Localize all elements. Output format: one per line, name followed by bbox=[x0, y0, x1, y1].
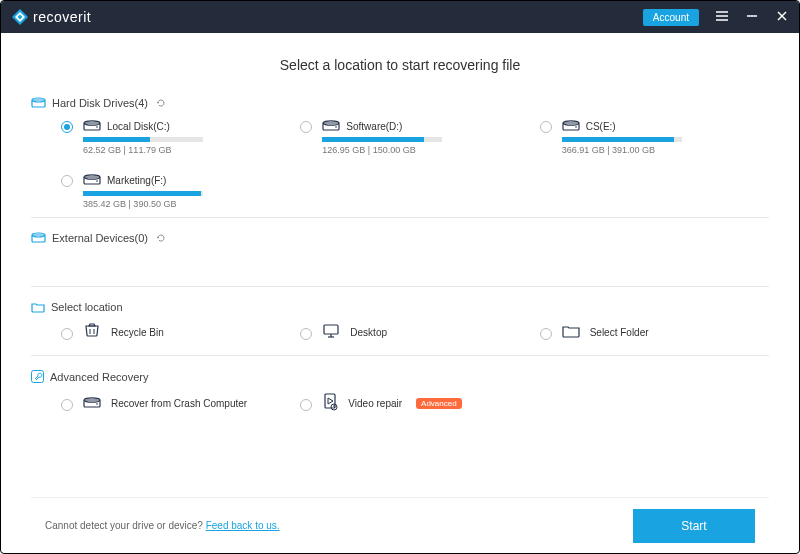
location-item[interactable]: Select Folder bbox=[540, 323, 769, 341]
radio[interactable] bbox=[61, 121, 73, 133]
location-icon bbox=[83, 323, 101, 341]
drive-label: Software(D:) bbox=[346, 121, 402, 132]
svg-point-17 bbox=[336, 126, 338, 128]
feedback-link[interactable]: Feed back to us. bbox=[206, 520, 280, 531]
advanced-item[interactable]: Recover from Crash Computer bbox=[61, 393, 290, 413]
usage-bar bbox=[322, 137, 442, 142]
location-label: Desktop bbox=[350, 327, 387, 338]
svg-rect-29 bbox=[324, 325, 338, 334]
window-controls bbox=[715, 10, 789, 24]
location-label: Recycle Bin bbox=[111, 327, 164, 338]
account-button[interactable]: Account bbox=[643, 9, 699, 26]
radio[interactable] bbox=[300, 121, 312, 133]
svg-point-35 bbox=[96, 403, 98, 405]
external-device-icon bbox=[31, 232, 46, 244]
svg-point-14 bbox=[96, 126, 98, 128]
section-advanced-label: Advanced Recovery bbox=[50, 371, 148, 383]
drive-size: 62.52 GB | 111.79 GB bbox=[83, 145, 280, 155]
drive-item[interactable]: CS(E:)366.91 GB | 391.00 GB bbox=[540, 119, 769, 155]
radio[interactable] bbox=[61, 328, 73, 340]
usage-bar bbox=[562, 137, 682, 142]
drive-size: 126.95 GB | 150.00 GB bbox=[322, 145, 519, 155]
drive-label: Marketing(F:) bbox=[107, 175, 166, 186]
section-external-devices: External Devices(0) bbox=[31, 232, 769, 244]
drive-item[interactable]: Software(D:)126.95 GB | 150.00 GB bbox=[300, 119, 529, 155]
drive-icon bbox=[322, 119, 340, 133]
location-item[interactable]: Recycle Bin bbox=[61, 323, 290, 341]
drive-label: Local Disk(C:) bbox=[107, 121, 170, 132]
usage-bar bbox=[83, 191, 203, 196]
wrench-icon bbox=[31, 370, 44, 383]
advanced-label: Video repair bbox=[348, 398, 402, 409]
svg-point-20 bbox=[575, 126, 577, 128]
radio[interactable] bbox=[540, 121, 552, 133]
advanced-label: Recover from Crash Computer bbox=[111, 398, 247, 409]
radio[interactable] bbox=[300, 328, 312, 340]
app-name: recoverit bbox=[33, 9, 91, 25]
svg-point-23 bbox=[96, 180, 98, 182]
svg-marker-26 bbox=[157, 237, 159, 239]
drive-size: 366.91 GB | 391.00 GB bbox=[562, 145, 759, 155]
section-external-label: External Devices(0) bbox=[52, 232, 148, 244]
section-select-location: Select location bbox=[31, 301, 769, 313]
logo-icon bbox=[11, 8, 29, 26]
section-hard-disk-drives: Hard Disk Drives(4) bbox=[31, 97, 769, 109]
advanced-badge: Advanced bbox=[416, 398, 462, 409]
advanced-icon bbox=[83, 396, 101, 410]
close-icon[interactable] bbox=[775, 10, 789, 24]
radio[interactable] bbox=[61, 175, 73, 187]
start-button[interactable]: Start bbox=[633, 509, 755, 543]
menu-icon[interactable] bbox=[715, 10, 729, 24]
section-hard-disk-label: Hard Disk Drives(4) bbox=[52, 97, 148, 109]
title-bar: recoverit Account bbox=[1, 1, 799, 33]
drive-item[interactable]: Local Disk(C:)62.52 GB | 111.79 GB bbox=[61, 119, 290, 155]
refresh-icon[interactable] bbox=[156, 98, 166, 108]
radio[interactable] bbox=[540, 328, 552, 340]
minimize-icon[interactable] bbox=[745, 10, 759, 24]
drive-label: CS(E:) bbox=[586, 121, 616, 132]
footer-text: Cannot detect your drive or device? bbox=[45, 520, 206, 531]
advanced-icon bbox=[322, 393, 338, 413]
refresh-icon[interactable] bbox=[156, 233, 166, 243]
hard-disk-icon bbox=[31, 97, 46, 109]
folder-section-icon bbox=[31, 301, 45, 313]
location-icon bbox=[562, 324, 580, 340]
section-select-location-label: Select location bbox=[51, 301, 123, 313]
footer: Cannot detect your drive or device? Feed… bbox=[31, 497, 769, 553]
section-advanced-recovery: Advanced Recovery bbox=[31, 370, 769, 383]
location-icon bbox=[322, 323, 340, 341]
drive-icon bbox=[83, 119, 101, 133]
svg-marker-37 bbox=[328, 398, 333, 404]
usage-bar bbox=[83, 137, 203, 142]
location-item[interactable]: Desktop bbox=[300, 323, 529, 341]
drive-icon bbox=[562, 119, 580, 133]
radio[interactable] bbox=[300, 399, 312, 411]
radio[interactable] bbox=[61, 399, 73, 411]
drive-size: 385.42 GB | 390.50 GB bbox=[83, 199, 280, 209]
svg-marker-11 bbox=[157, 102, 159, 104]
app-logo: recoverit bbox=[11, 8, 91, 26]
drive-icon bbox=[83, 173, 101, 187]
page-title: Select a location to start recovering fi… bbox=[31, 57, 769, 73]
advanced-item[interactable]: Video repairAdvanced bbox=[300, 393, 529, 413]
drive-item[interactable]: Marketing(F:)385.42 GB | 390.50 GB bbox=[61, 173, 290, 209]
location-label: Select Folder bbox=[590, 327, 649, 338]
